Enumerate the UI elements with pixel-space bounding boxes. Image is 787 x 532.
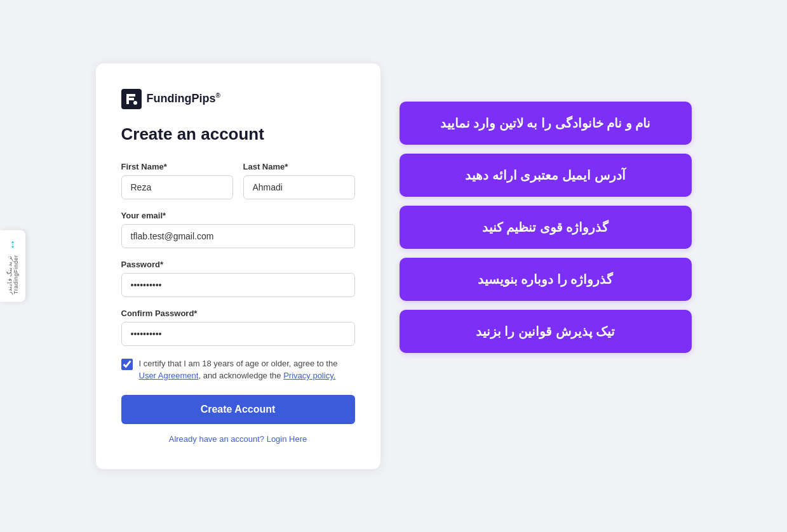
hint-button-3[interactable]: گذرواژه را دوباره بنویسید [400, 258, 692, 301]
email-input[interactable] [121, 224, 355, 248]
hints-panel: نام و نام خانوادگی را به لاتین وارد نمای… [400, 102, 692, 353]
privacy-policy-link[interactable]: Privacy policy. [283, 371, 335, 380]
terms-checkbox-area: I certify that I am 18 years of age or o… [121, 357, 355, 382]
logo-text: FundingPips® [147, 92, 220, 105]
first-name-input[interactable] [121, 175, 233, 199]
password-label: Password* [121, 260, 355, 269]
password-group: Password* [121, 260, 355, 297]
last-name-input[interactable] [243, 175, 355, 199]
email-label: Your email* [121, 211, 355, 220]
login-here-link[interactable]: Already have an account? Login Here [169, 434, 307, 444]
confirm-password-group: Confirm Password* [121, 309, 355, 346]
terms-label: I certify that I am 18 years of age or o… [139, 357, 355, 382]
last-name-group: Last Name* [243, 162, 355, 199]
form-card: FundingPips® Create an account First Nam… [96, 63, 380, 469]
sidebar-label: تریدینگ فایندرTradingFinder [6, 255, 19, 294]
logo-area: FundingPips® [121, 89, 355, 109]
first-name-group: First Name* [121, 162, 233, 199]
login-link-area: Already have an account? Login Here [121, 434, 355, 444]
hint-button-0[interactable]: نام و نام خانوادگی را به لاتین وارد نمای… [400, 102, 692, 145]
sidebar-icon: ↕ [10, 237, 16, 251]
last-name-label: Last Name* [243, 162, 355, 171]
first-name-label: First Name* [121, 162, 233, 171]
svg-point-1 [133, 101, 137, 105]
user-agreement-link[interactable]: User Agreement [139, 371, 199, 380]
main-container: FundingPips® Create an account First Nam… [0, 38, 787, 495]
email-group: Your email* [121, 211, 355, 248]
create-account-button[interactable]: Create Account [121, 395, 355, 424]
hint-button-2[interactable]: گذرواژه قوی تنظیم کنید [400, 206, 692, 249]
hint-button-1[interactable]: آدرس ایمیل معتبری ارائه دهید [400, 154, 692, 197]
page-title: Create an account [121, 124, 355, 144]
hint-button-4[interactable]: تیک پذیرش قوانین را بزنید [400, 310, 692, 353]
confirm-password-label: Confirm Password* [121, 309, 355, 318]
fundingpips-logo-icon [121, 89, 142, 109]
name-row: First Name* Last Name* [121, 162, 355, 199]
logo-reg: ® [215, 92, 220, 99]
password-input[interactable] [121, 273, 355, 297]
trading-finder-sidebar[interactable]: ↕ تریدینگ فایندرTradingFinder [0, 230, 25, 302]
confirm-password-input[interactable] [121, 322, 355, 346]
terms-checkbox[interactable] [121, 359, 133, 370]
